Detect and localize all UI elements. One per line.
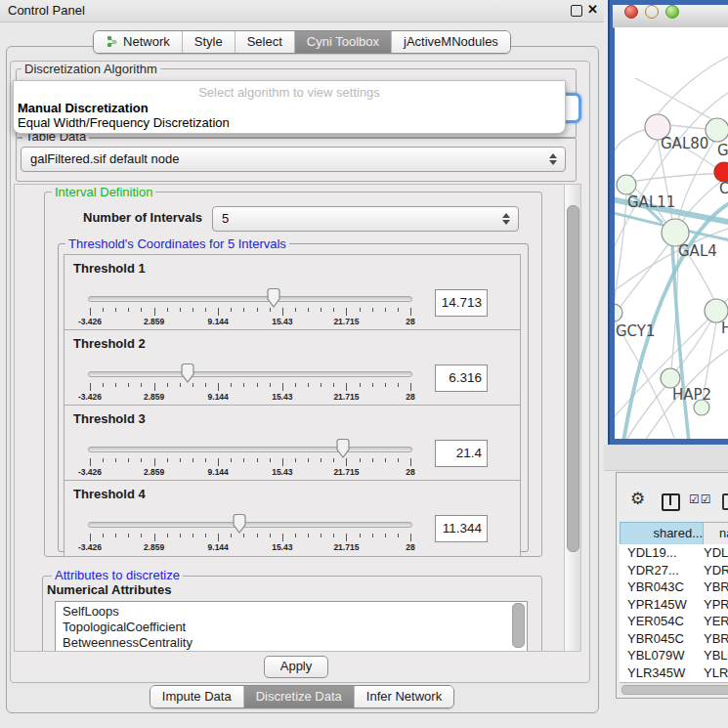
cell-name: YBR0 (704, 630, 728, 647)
node-label: H (721, 320, 728, 337)
threshold-slider-track[interactable] (88, 522, 412, 528)
numerical-attributes-list[interactable]: SelfLoopsTopologicalCoefficientBetweenne… (55, 601, 528, 652)
vertical-scrollbar[interactable] (564, 184, 581, 652)
network-edge[interactable] (631, 173, 728, 182)
network-canvas[interactable]: GAL80GACGAL11GAL4GCY1HHAP2 (615, 27, 728, 439)
column-header-name[interactable]: na (703, 522, 728, 545)
table-row[interactable]: YDR27...YDR2 (620, 562, 728, 579)
tab-discretize-data[interactable]: Discretize Data (243, 686, 354, 707)
table-data-combobox[interactable]: galFiltered.sif default node (21, 147, 566, 172)
algorithm-option-equal-width[interactable]: Equal Width/Frequency Discretization (17, 115, 561, 130)
vertical-scrollbar-thumb[interactable] (567, 205, 579, 552)
column-header-shared-name[interactable]: shared... (620, 522, 711, 545)
tick-mark (141, 308, 142, 312)
threshold-slider-track[interactable] (88, 447, 412, 452)
tick-mark (141, 458, 142, 462)
threshold-slider-track[interactable] (88, 296, 412, 302)
algorithm-option-manual[interactable]: Manual Discretization (17, 101, 561, 115)
threshold-slider-track[interactable] (88, 371, 412, 377)
cell-name: YPR1 (704, 596, 728, 613)
threshold-value-field[interactable]: 6.316 (435, 364, 488, 392)
threshold-value-field[interactable]: 14.713 (435, 289, 488, 317)
columns-icon[interactable] (662, 493, 680, 511)
network-edge[interactable] (658, 57, 728, 114)
float-window-icon[interactable] (571, 5, 582, 17)
clipped-toolbar-icon[interactable] (722, 493, 728, 510)
tab-impute-data[interactable]: Impute Data (150, 686, 243, 707)
tick-mark (154, 534, 155, 541)
tick-mark (295, 308, 296, 312)
tick-mark (333, 534, 334, 537)
tick-mark (205, 534, 206, 537)
table-row[interactable]: YBR045CYBR0 (620, 630, 728, 648)
number-of-intervals-combobox[interactable]: 5 (212, 206, 519, 232)
network-edge[interactable] (615, 194, 626, 305)
list-item[interactable]: BetweennessCentrality (63, 635, 193, 651)
list-item[interactable]: TopologicalCoefficient (63, 620, 186, 635)
tick-mark (410, 534, 411, 541)
tick-mark (231, 383, 232, 387)
minimize-traffic-light-icon[interactable] (645, 5, 659, 19)
tab-label: Style (194, 34, 223, 49)
tick-label: 15.43 (261, 317, 304, 326)
tick-mark (205, 383, 206, 387)
threshold-value-field[interactable]: 11.344 (435, 515, 488, 542)
control-panel-titlebar: Control Panel ✕ (0, 0, 604, 22)
tab-jactivemnodules[interactable]: jActiveMNodules (391, 31, 510, 53)
tick-mark (282, 308, 283, 316)
tab-cyni-toolbox[interactable]: Cyni Toolbox (294, 31, 391, 53)
tab-select[interactable]: Select (235, 31, 294, 53)
tick-mark (154, 458, 155, 466)
network-node-gal11[interactable] (617, 175, 636, 194)
top-tab-bar: NetworkStyleSelectCyni ToolboxjActiveMNo… (0, 30, 604, 54)
slider-thumb[interactable] (265, 287, 282, 309)
table-row[interactable]: YBL079WYBL0 (620, 647, 728, 664)
network-edge[interactable] (678, 141, 714, 220)
table-horizontal-scrollbar[interactable] (620, 682, 728, 695)
attributes-list-scrollbar[interactable] (512, 603, 525, 648)
tab-style[interactable]: Style (182, 31, 235, 53)
tick-label: 28 (389, 542, 432, 552)
tab-network[interactable]: Network (94, 31, 182, 53)
slider-thumb[interactable] (231, 513, 248, 535)
network-node-hap2[interactable] (661, 368, 680, 388)
table-rows: YDL19...YDL1YDR27...YDR2YBR043CYBR0YPR14… (620, 544, 728, 682)
tick-mark (385, 534, 386, 537)
slider-thumb[interactable] (334, 438, 352, 459)
threshold-value-field[interactable]: 21.4 (435, 440, 488, 467)
network-node[interactable] (706, 118, 728, 142)
list-item[interactable]: SelfLoops (63, 604, 119, 620)
tick-mark (180, 534, 181, 537)
gear-icon[interactable]: ⚙ (630, 489, 645, 509)
table-data-value: galFiltered.sif default node (30, 151, 179, 166)
close-icon[interactable]: ✕ (587, 2, 598, 17)
tick-mark (398, 308, 399, 312)
network-node[interactable] (714, 162, 728, 182)
table-horizontal-scrollbar-thumb[interactable] (621, 685, 728, 695)
zoom-traffic-light-icon[interactable] (665, 5, 679, 19)
cell-shared-name: YER054C (627, 613, 684, 629)
network-edge[interactable] (630, 140, 658, 177)
network-edge[interactable] (635, 78, 717, 122)
tick-mark (103, 458, 104, 462)
cell-shared-name: YPR145W (627, 596, 687, 613)
table-row[interactable]: YLR345WYLR3 (620, 664, 728, 682)
apply-button[interactable]: Apply (264, 656, 328, 678)
tick-mark (154, 308, 155, 316)
tick-mark (321, 308, 321, 312)
tick-mark (295, 458, 296, 462)
tick-mark (360, 308, 361, 312)
table-row[interactable]: YER054CYER0 (620, 613, 728, 630)
tick-label: 2.859 (133, 392, 176, 402)
close-traffic-light-icon[interactable] (624, 5, 638, 19)
table-row[interactable]: YBR043CYBR0 (620, 578, 728, 596)
network-node-gcy1[interactable] (615, 304, 622, 321)
tab-infer-network[interactable]: Infer Network (354, 686, 453, 707)
network-thick-edge[interactable] (672, 246, 689, 439)
select-columns-checkboxes-icon[interactable]: ☑☑ (689, 492, 712, 506)
table-row[interactable]: YPR145WYPR1 (620, 596, 728, 614)
tick-label: 28 (389, 392, 432, 402)
slider-thumb[interactable] (179, 363, 196, 384)
table-row[interactable]: YDL19...YDL1 (620, 544, 728, 562)
tick-mark (372, 383, 373, 387)
